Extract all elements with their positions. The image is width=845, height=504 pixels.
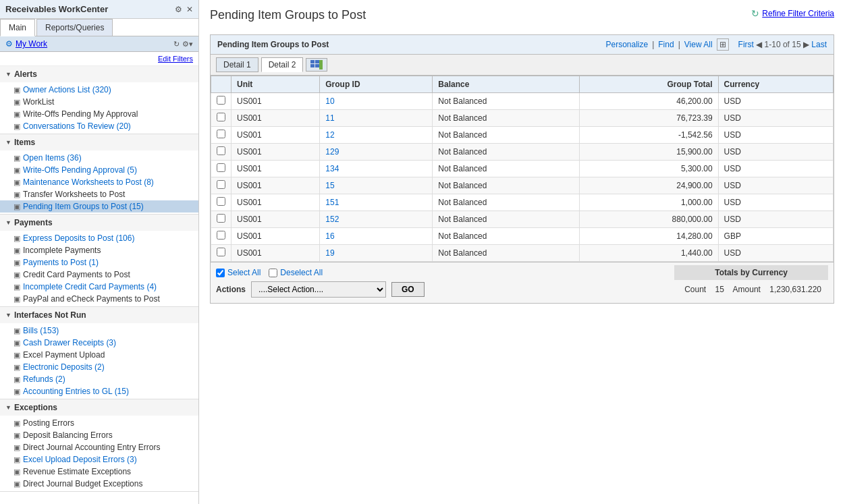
row-group-id[interactable]: 129	[320, 144, 433, 161]
nav-item-incomplete-payments[interactable]: ▣ Incomplete Payments	[0, 244, 198, 256]
row-checkbox-cell[interactable]	[211, 211, 231, 228]
collapse-icon[interactable]: ✕	[186, 5, 193, 14]
row-checkbox[interactable]	[217, 130, 225, 138]
nav-item-writeoffs-my-approval[interactable]: ▣ Write-Offs Pending My Approval	[0, 108, 198, 120]
gear-icon[interactable]: ⚙	[175, 5, 182, 14]
row-checkbox[interactable]	[217, 214, 225, 223]
group-id-link[interactable]: 152	[325, 215, 339, 224]
row-group-id[interactable]: 19	[320, 245, 433, 262]
section-interfaces-header[interactable]: ▼ Interfaces Not Run	[0, 307, 198, 323]
nav-item-writeoffs-approval[interactable]: ▣ Write-Offs Pending Approval (5)	[0, 164, 198, 176]
row-group-id[interactable]: 12	[320, 127, 433, 144]
row-checkbox[interactable]	[217, 146, 225, 155]
grid-icon[interactable]: ⊞	[717, 38, 729, 51]
row-checkbox[interactable]	[217, 113, 225, 121]
section-exceptions-header[interactable]: ▼ Exceptions	[0, 399, 198, 416]
row-checkbox-cell[interactable]	[211, 177, 231, 194]
tab-reports-queries[interactable]: Reports/Queries	[36, 19, 113, 36]
row-group-id[interactable]: 16	[320, 228, 433, 245]
row-checkbox[interactable]	[217, 197, 225, 206]
nav-item-deposit-balancing[interactable]: ▣ Deposit Balancing Errors	[0, 429, 198, 441]
nav-item-cash-drawer[interactable]: ▣ Cash Drawer Receipts (3)	[0, 337, 198, 349]
row-checkbox-cell[interactable]	[211, 161, 231, 177]
last-link[interactable]: Last	[811, 40, 827, 49]
nav-item-refunds[interactable]: ▣ Refunds (2)	[0, 373, 198, 385]
prev-icon[interactable]: ◀	[756, 40, 762, 49]
refine-filter[interactable]: ↻ Refine Filter Criteria	[751, 8, 834, 19]
row-group-id[interactable]: 15	[320, 177, 433, 194]
row-checkbox-cell[interactable]	[211, 228, 231, 245]
row-checkbox[interactable]	[217, 96, 225, 105]
nav-item-incomplete-credit-card[interactable]: ▣ Incomplete Credit Card Payments (4)	[0, 281, 198, 293]
row-group-id[interactable]: 10	[320, 93, 433, 110]
section-payments-header[interactable]: ▼ Payments	[0, 215, 198, 231]
row-checkbox-cell[interactable]	[211, 110, 231, 127]
row-group-id[interactable]: 151	[320, 194, 433, 211]
row-checkbox-cell[interactable]	[211, 93, 231, 110]
tab-detail1[interactable]: Detail 1	[216, 57, 258, 72]
select-all-link[interactable]: Select All	[227, 268, 261, 277]
nav-item-conversations[interactable]: ▣ Conversations To Review (20)	[0, 120, 198, 132]
group-id-link[interactable]: 134	[325, 164, 339, 173]
view-all-link[interactable]: View All	[684, 40, 713, 49]
row-checkbox[interactable]	[217, 231, 225, 240]
refresh-icon[interactable]: ↻	[173, 40, 180, 49]
first-link[interactable]: First	[738, 40, 754, 49]
nav-item-excel-upload-errors[interactable]: ▣ Excel Upload Deposit Errors (3)	[0, 453, 198, 466]
nav-item-posting-errors[interactable]: ▣ Posting Errors	[0, 417, 198, 429]
nav-item-direct-journal-budget[interactable]: ▣ Direct Journal Budget Exceptions	[0, 478, 198, 490]
nav-item-accounting-entries[interactable]: ▣ Accounting Entries to GL (15)	[0, 385, 198, 397]
group-id-link[interactable]: 151	[325, 198, 339, 207]
deselect-all-link[interactable]: Deselect All	[280, 268, 323, 277]
row-checkbox-cell[interactable]	[211, 245, 231, 262]
nav-item-electronic-deposits[interactable]: ▣ Electronic Deposits (2)	[0, 361, 198, 373]
find-link[interactable]: Find	[658, 40, 674, 49]
settings-icon[interactable]: ⚙▾	[182, 40, 193, 49]
group-id-link[interactable]: 11	[325, 113, 334, 123]
row-checkbox-cell[interactable]	[211, 144, 231, 161]
group-id-link[interactable]: 129	[325, 147, 339, 157]
select-all-item[interactable]: Select All	[216, 268, 261, 277]
row-checkbox-cell[interactable]	[211, 127, 231, 144]
section-items-header[interactable]: ▼ Items	[0, 134, 198, 150]
next-icon[interactable]: ▶	[803, 40, 809, 49]
edit-filters[interactable]: Edit Filters	[0, 52, 198, 66]
group-id-link[interactable]: 19	[325, 248, 334, 258]
nav-item-pending-item-groups[interactable]: ▣ Pending Item Groups to Post (15)	[0, 200, 198, 213]
export-icon[interactable]	[306, 58, 327, 72]
tab-main[interactable]: Main	[0, 19, 35, 36]
row-group-id[interactable]: 11	[320, 110, 433, 127]
nav-item-credit-card-payments[interactable]: ▣ Credit Card Payments to Post	[0, 269, 198, 281]
actions-select[interactable]: ....Select Action....	[251, 281, 386, 298]
row-checkbox[interactable]	[217, 180, 225, 189]
row-group-id[interactable]: 152	[320, 211, 433, 228]
nav-item-direct-journal-errors[interactable]: ▣ Direct Journal Accounting Entry Errors	[0, 441, 198, 453]
nav-item-open-items[interactable]: ▣ Open Items (36)	[0, 152, 198, 164]
nav-item-paypal-echeck[interactable]: ▣ PayPal and eCheck Payments to Post	[0, 293, 198, 305]
row-checkbox-cell[interactable]	[211, 194, 231, 211]
select-all-checkbox[interactable]	[216, 269, 225, 277]
deselect-all-checkbox[interactable]	[269, 269, 277, 277]
group-id-link[interactable]: 15	[325, 181, 334, 190]
nav-item-maintenance-worksheets[interactable]: ▣ Maintenance Worksheets to Post (8)	[0, 176, 198, 188]
section-alerts-header[interactable]: ▼ Alerts	[0, 66, 198, 82]
row-checkbox[interactable]	[217, 248, 225, 256]
my-work-link[interactable]: My Work	[16, 39, 47, 49]
personalize-link[interactable]: Personalize	[605, 40, 648, 49]
nav-item-excel-payment[interactable]: ▣ Excel Payment Upload	[0, 349, 198, 361]
deselect-all-item[interactable]: Deselect All	[269, 268, 323, 277]
nav-item-revenue-estimate[interactable]: ▣ Revenue Estimate Exceptions	[0, 466, 198, 478]
go-button[interactable]: GO	[391, 282, 425, 297]
nav-item-owner-actions[interactable]: ▣ Owner Actions List (320)	[0, 84, 198, 96]
nav-item-worklist[interactable]: ▣ WorkList	[0, 96, 198, 108]
tab-detail2[interactable]: Detail 2	[261, 57, 304, 72]
group-id-link[interactable]: 10	[325, 96, 334, 106]
group-id-link[interactable]: 16	[325, 231, 334, 241]
nav-item-transfer-worksheets[interactable]: ▣ Transfer Worksheets to Post	[0, 188, 198, 200]
row-checkbox[interactable]	[217, 163, 225, 172]
row-group-id[interactable]: 134	[320, 161, 433, 177]
nav-item-bills[interactable]: ▣ Bills (153)	[0, 325, 198, 337]
group-id-link[interactable]: 12	[325, 130, 334, 140]
nav-item-express-deposits[interactable]: ▣ Express Deposits to Post (106)	[0, 232, 198, 244]
nav-item-payments-to-post[interactable]: ▣ Payments to Post (1)	[0, 256, 198, 269]
